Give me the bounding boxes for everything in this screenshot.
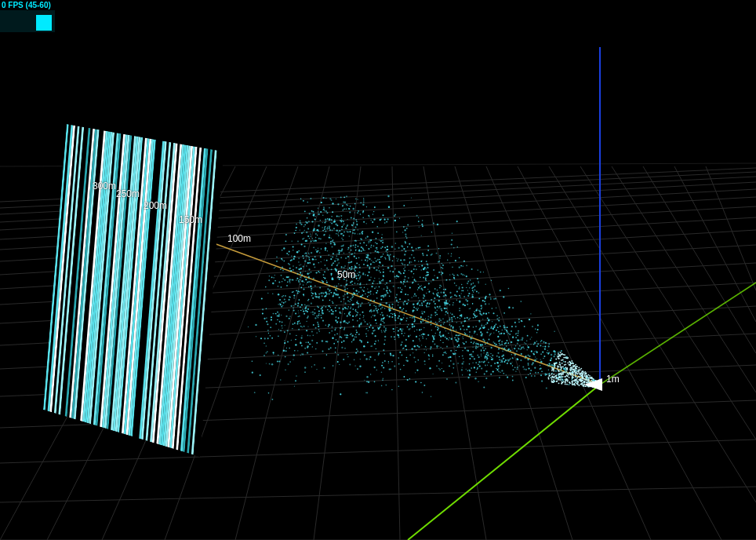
svg-point-2015 [400, 291, 402, 293]
svg-point-1205 [308, 221, 310, 222]
svg-point-187 [330, 258, 332, 260]
svg-point-1871 [494, 343, 496, 345]
svg-point-2301 [341, 267, 343, 268]
fps-counter[interactable]: 0 FPS (45-60) [0, 0, 55, 32]
svg-point-2664 [553, 374, 554, 375]
svg-point-2531 [438, 292, 439, 294]
svg-point-2397 [492, 328, 494, 330]
svg-point-1973 [467, 295, 469, 297]
svg-point-2108 [347, 283, 348, 285]
svg-point-1656 [317, 322, 318, 323]
svg-point-1451 [311, 221, 313, 222]
svg-point-2775 [571, 360, 572, 362]
svg-point-1497 [386, 221, 387, 223]
svg-point-44 [478, 270, 478, 271]
svg-point-1830 [327, 218, 329, 220]
svg-point-1033 [461, 293, 462, 294]
svg-point-2320 [434, 312, 436, 313]
svg-point-1086 [329, 198, 331, 199]
svg-point-2483 [288, 254, 289, 256]
svg-point-2532 [362, 217, 364, 219]
svg-point-1469 [368, 292, 369, 294]
svg-point-1740 [378, 341, 379, 341]
svg-point-1220 [295, 303, 296, 305]
svg-point-2090 [457, 338, 458, 338]
svg-point-1131 [368, 330, 369, 331]
svg-point-2018 [300, 276, 301, 278]
svg-point-41 [496, 369, 498, 370]
svg-point-2157 [374, 278, 375, 279]
svg-point-593 [382, 234, 383, 235]
svg-point-1298 [293, 359, 293, 359]
svg-point-375 [481, 367, 482, 369]
svg-point-2793 [573, 371, 575, 373]
3d-viewport[interactable]: 1m50m100m150m200m250m300m 0 FPS (45-60) [0, 0, 756, 540]
svg-point-2056 [343, 298, 344, 300]
svg-point-2004 [388, 308, 390, 310]
svg-point-600 [432, 279, 434, 280]
svg-point-1224 [472, 363, 473, 363]
svg-point-1644 [535, 372, 536, 374]
svg-point-2501 [389, 304, 391, 305]
svg-point-2214 [331, 199, 333, 201]
distance-label: 300m [93, 181, 116, 192]
svg-point-561 [345, 257, 347, 259]
svg-point-2324 [419, 227, 420, 228]
svg-point-1073 [318, 310, 320, 312]
svg-point-2708 [578, 367, 580, 368]
svg-point-717 [551, 358, 552, 359]
svg-point-2761 [575, 367, 576, 368]
svg-point-2149 [282, 270, 284, 272]
svg-point-1488 [463, 329, 465, 330]
svg-point-1037 [357, 351, 358, 352]
svg-point-2728 [572, 363, 573, 364]
svg-point-1780 [358, 272, 360, 273]
svg-point-2133 [439, 257, 441, 259]
svg-point-900 [408, 277, 409, 279]
svg-point-1629 [371, 310, 372, 311]
svg-point-1177 [329, 235, 331, 236]
svg-point-492 [423, 385, 425, 386]
svg-point-2295 [347, 301, 349, 302]
svg-point-295 [383, 378, 383, 379]
svg-point-2543 [369, 311, 371, 312]
svg-point-180 [540, 345, 542, 347]
svg-point-1865 [374, 381, 376, 383]
svg-point-2847 [548, 375, 550, 377]
svg-point-883 [280, 330, 282, 331]
svg-point-447 [352, 304, 354, 305]
svg-point-999 [525, 377, 527, 378]
svg-point-996 [474, 315, 475, 316]
svg-point-1619 [350, 206, 351, 207]
svg-point-74 [518, 330, 519, 332]
svg-point-697 [336, 230, 338, 232]
svg-point-2906 [577, 384, 579, 385]
svg-point-2952 [553, 370, 554, 372]
svg-point-1653 [344, 334, 346, 336]
svg-point-2025 [347, 308, 348, 309]
svg-point-2000 [304, 261, 305, 261]
svg-point-1979 [318, 326, 319, 327]
svg-point-1650 [476, 291, 478, 293]
svg-point-1305 [367, 275, 369, 276]
svg-point-1169 [405, 310, 407, 312]
svg-point-1589 [264, 343, 265, 345]
svg-point-1611 [489, 339, 490, 341]
svg-point-2139 [400, 328, 402, 330]
svg-point-1577 [412, 276, 413, 277]
svg-point-1768 [481, 335, 482, 336]
svg-point-2853 [582, 371, 583, 373]
svg-point-480 [451, 256, 452, 257]
svg-point-1534 [409, 287, 411, 289]
svg-point-509 [331, 240, 333, 242]
svg-point-2680 [560, 352, 562, 353]
svg-point-1126 [503, 333, 505, 334]
svg-point-1422 [451, 325, 452, 326]
svg-point-1061 [481, 308, 482, 309]
svg-point-2622 [576, 377, 578, 378]
svg-point-1326 [323, 277, 324, 278]
svg-point-1520 [529, 319, 530, 320]
svg-point-1433 [371, 245, 373, 246]
svg-point-2297 [367, 257, 369, 259]
svg-point-750 [300, 224, 302, 225]
